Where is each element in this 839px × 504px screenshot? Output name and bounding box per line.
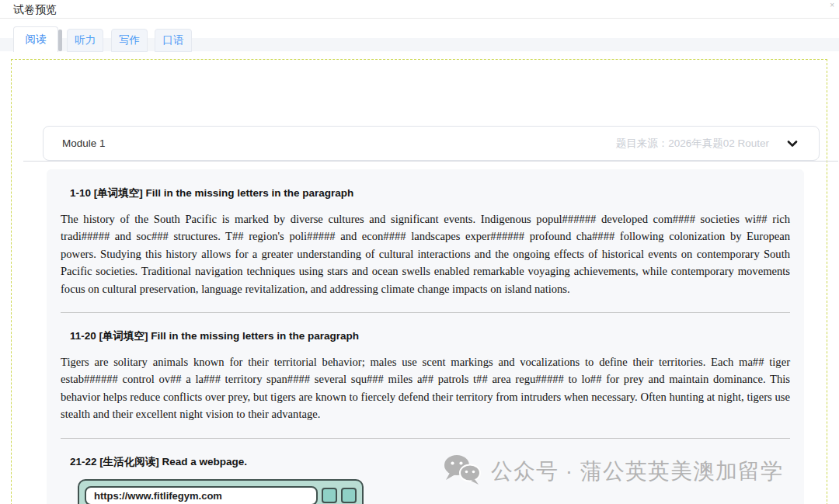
reading-tab-panel: Module 1 题目来源：2026年真题02 Router 1-10 [单词填… — [11, 59, 827, 504]
module-bottom-divider — [23, 161, 838, 162]
tab-writing[interactable]: 写作 — [111, 29, 148, 52]
wechat-icon — [443, 454, 482, 489]
page-title: 试卷预览 — [13, 3, 57, 17]
header-divider — [0, 18, 839, 19]
question-heading: 11-20 [单词填空] Fill in the missing letters… — [70, 329, 790, 343]
watermark-text: 公众号 · 蒲公英英美澳加留学 — [491, 457, 783, 486]
exam-preview-page: 试卷预览 × 阅读 听力 写作 口语 Module 1 题目来源：2026年真题… — [0, 0, 839, 504]
module-source-label: 题目来源：2026年真题02 Router — [616, 137, 769, 151]
chevron-down-icon[interactable] — [786, 137, 799, 150]
active-tab-shadow — [58, 30, 62, 51]
close-icon[interactable]: × — [830, 1, 834, 9]
browser-window-button — [322, 488, 337, 503]
question-passage: The history of the South Pacific is mark… — [61, 210, 790, 297]
question-block: 11-20 [单词填空] Fill in the missing letters… — [61, 329, 790, 423]
module-collapse-header[interactable]: Module 1 题目来源：2026年真题02 Router — [43, 126, 820, 161]
tab-listening[interactable]: 听力 — [67, 29, 103, 52]
question-block: 1-10 [单词填空] Fill in the missing letters … — [61, 186, 790, 297]
webpage-mockup: https://www.fitlifegym.com FitLife Gym M… — [78, 479, 364, 504]
tab-reading[interactable]: 阅读 — [13, 26, 58, 52]
question-heading: 1-10 [单词填空] Fill in the missing letters … — [70, 186, 790, 200]
webpage-mockup-topbar: https://www.fitlifegym.com — [85, 486, 357, 504]
question-passage: Tigers are solitary animals known for th… — [61, 353, 790, 423]
module-title: Module 1 — [62, 137, 106, 149]
tab-speaking[interactable]: 口语 — [155, 29, 192, 52]
browser-window-button — [341, 488, 357, 503]
watermark: 公众号 · 蒲公英英美澳加留学 — [443, 454, 783, 489]
question-divider — [61, 438, 790, 439]
question-divider — [61, 312, 790, 313]
webpage-url-bar: https://www.fitlifegym.com — [85, 486, 318, 504]
